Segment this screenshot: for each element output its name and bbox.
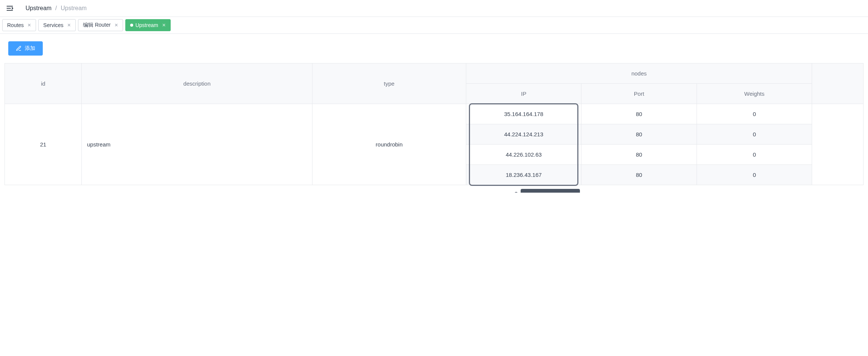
tab-services[interactable]: Services ✕ (38, 19, 76, 31)
node-port: 80 (581, 145, 696, 165)
node-ip: 44.226.102.63 (466, 145, 581, 165)
node-weight: 0 (697, 145, 812, 165)
tab-label: Upstream (135, 22, 158, 28)
node-ip: 35.164.164.178 (466, 104, 581, 124)
node-port: 80 (581, 165, 696, 185)
content-area: 添加 id description type nodes IP Port (0, 34, 868, 193)
breadcrumb-parent[interactable]: Upstream (26, 5, 51, 12)
tab-label: Services (43, 22, 63, 28)
cell-id: 21 (5, 104, 82, 185)
cell-nodes-port: 80808080 (581, 104, 697, 185)
th-ip: IP (466, 84, 581, 104)
node-port: 80 (581, 104, 696, 124)
breadcrumb: Upstream / Upstream (26, 5, 87, 12)
node-weight: 0 (697, 104, 812, 124)
tooltip-label: NLB IP Addresses (526, 192, 575, 193)
tooltip-annotation: NLB IP Addresses (521, 189, 580, 193)
th-nodes: nodes (466, 63, 812, 84)
close-icon[interactable]: ✕ (67, 23, 71, 28)
node-weight: 0 (697, 165, 812, 185)
th-id: id (5, 63, 82, 104)
close-icon[interactable]: ✕ (27, 23, 31, 28)
breadcrumb-separator: / (55, 5, 57, 12)
th-description: description (81, 63, 312, 104)
cell-type: roundrobin (312, 104, 466, 185)
node-ip: 44.224.124.213 (466, 124, 581, 145)
cell-description: upstream (81, 104, 312, 185)
node-port: 80 (581, 124, 696, 145)
cell-actions (812, 104, 863, 185)
node-weight: 0 (697, 124, 812, 145)
node-ip: 18.236.43.167 (466, 165, 581, 185)
tab-routes[interactable]: Routes ✕ (2, 19, 36, 31)
tooltip-connector-dot-icon (515, 192, 518, 193)
tab-edit-router[interactable]: 编辑 Router ✕ (78, 19, 123, 31)
th-port: Port (581, 84, 697, 104)
add-button-label: 添加 (25, 45, 35, 52)
th-type: type (312, 63, 466, 104)
upstream-table: id description type nodes IP Port Weight… (5, 63, 863, 185)
table-wrap: id description type nodes IP Port Weight… (5, 63, 863, 185)
cell-nodes-weight: 0000 (697, 104, 812, 185)
th-weights: Weights (697, 84, 812, 104)
cell-nodes-ip: 35.164.164.17844.224.124.21344.226.102.6… (466, 104, 581, 185)
breadcrumb-current: Upstream (61, 5, 87, 12)
tab-label: 编辑 Router (83, 22, 111, 29)
th-actions (812, 63, 863, 104)
tab-modified-dot-icon (130, 24, 133, 27)
close-icon[interactable]: ✕ (162, 23, 166, 28)
edit-icon (16, 45, 22, 51)
add-button[interactable]: 添加 (8, 41, 43, 56)
menu-toggle-icon[interactable] (5, 4, 14, 13)
tab-upstream[interactable]: Upstream ✕ (125, 19, 171, 31)
table-row[interactable]: 21upstreamroundrobin35.164.164.17844.224… (5, 104, 863, 185)
tabs-bar: Routes ✕ Services ✕ 编辑 Router ✕ Upstream… (0, 17, 868, 34)
close-icon[interactable]: ✕ (114, 23, 118, 28)
tab-label: Routes (7, 22, 24, 28)
header-bar: Upstream / Upstream (0, 0, 868, 17)
